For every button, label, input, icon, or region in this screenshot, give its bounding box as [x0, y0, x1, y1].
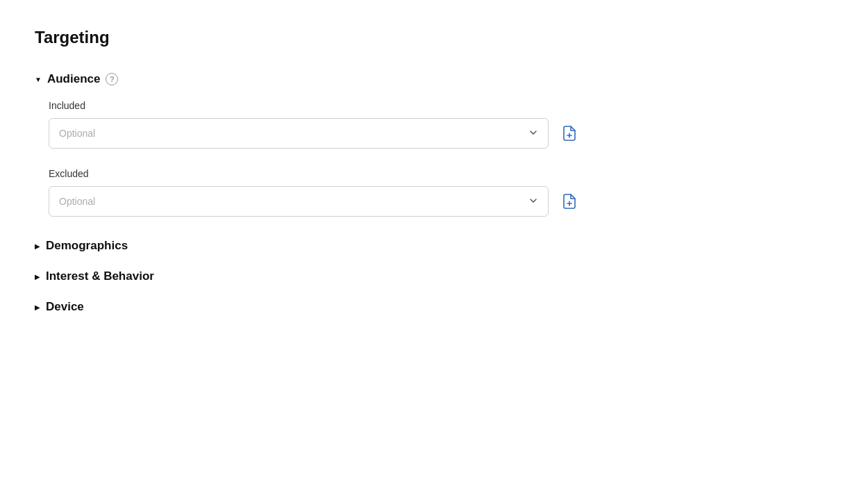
- included-dropdown-arrow-icon: [528, 128, 538, 140]
- device-section: ▶ Device: [35, 300, 833, 314]
- interest-behavior-chevron-right-icon: ▶: [35, 273, 40, 281]
- audience-content: Included Optional: [35, 100, 833, 217]
- included-placeholder: Optional: [59, 128, 95, 139]
- demographics-section-title: Demographics: [46, 239, 128, 253]
- excluded-dropdown-arrow-icon: [528, 196, 538, 208]
- included-label: Included: [49, 100, 833, 111]
- excluded-dropdown[interactable]: Optional: [49, 186, 549, 217]
- excluded-placeholder: Optional: [59, 196, 95, 207]
- included-field-row: Optional: [49, 118, 833, 149]
- interest-behavior-section: ▶ Interest & Behavior: [35, 269, 833, 283]
- included-add-file-button[interactable]: [557, 121, 582, 146]
- demographics-section: ▶ Demographics: [35, 239, 833, 253]
- included-field-group: Included Optional: [49, 100, 833, 149]
- audience-chevron-down-icon: ▼: [35, 76, 42, 83]
- excluded-field-row: Optional: [49, 186, 833, 217]
- audience-section-title: Audience: [47, 72, 101, 86]
- audience-section-header[interactable]: ▼ Audience ?: [35, 72, 833, 86]
- device-section-header[interactable]: ▶ Device: [35, 300, 833, 314]
- interest-behavior-section-title: Interest & Behavior: [46, 269, 154, 283]
- device-chevron-right-icon: ▶: [35, 303, 40, 311]
- excluded-field-group: Excluded Optional: [49, 168, 833, 217]
- audience-section: ▼ Audience ? Included Optional: [35, 72, 833, 217]
- excluded-label: Excluded: [49, 168, 833, 179]
- included-dropdown[interactable]: Optional: [49, 118, 549, 149]
- demographics-chevron-right-icon: ▶: [35, 242, 40, 250]
- page-title: Targeting: [35, 28, 833, 47]
- device-section-title: Device: [46, 300, 84, 314]
- interest-behavior-section-header[interactable]: ▶ Interest & Behavior: [35, 269, 833, 283]
- audience-help-icon[interactable]: ?: [106, 73, 118, 85]
- demographics-section-header[interactable]: ▶ Demographics: [35, 239, 833, 253]
- excluded-add-file-button[interactable]: [557, 189, 582, 214]
